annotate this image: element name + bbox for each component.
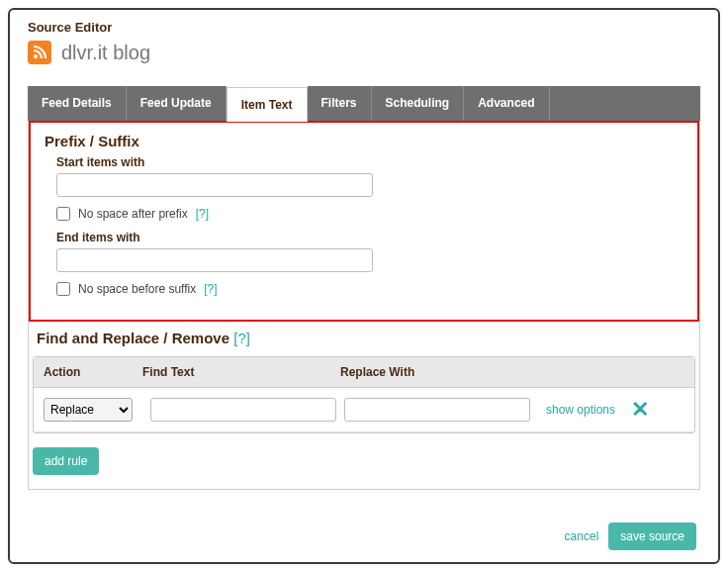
col-find-header: Find Text [142,365,340,379]
source-editor-modal: Source Editor dlvr.it blog Feed Details … [8,8,720,564]
tab-scheduling[interactable]: Scheduling [372,86,465,121]
modal-header: Source Editor dlvr.it blog [10,10,718,70]
no-space-before-suffix-label: No space before suffix [78,282,196,296]
prefix-suffix-section: Prefix / Suffix Start items with No spac… [29,121,699,322]
no-space-after-prefix-label: No space after prefix [78,207,188,221]
tab-feed-details[interactable]: Feed Details [28,86,127,121]
col-action-header: Action [44,365,142,379]
replace-with-input[interactable] [344,398,530,422]
prefix-suffix-title: Prefix / Suffix [45,133,683,149]
modal-footer: cancel save source [565,523,696,550]
tab-advanced[interactable]: Advanced [464,86,549,121]
no-space-before-suffix-checkbox[interactable] [56,282,70,296]
tab-filters[interactable]: Filters [308,86,372,121]
help-icon[interactable]: [?] [204,282,217,296]
save-source-button[interactable]: save source [608,523,696,550]
end-items-label: End items with [56,231,683,244]
feed-name: dlvr.it blog [61,42,150,64]
grid-header: Action Find Text Replace With [34,357,694,388]
start-items-input[interactable] [56,173,373,197]
no-space-after-prefix-checkbox[interactable] [56,207,70,221]
tab-feed-update[interactable]: Feed Update [127,86,227,121]
modal-title: Source Editor [28,20,700,35]
delete-row-icon[interactable]: ✕ [631,399,649,421]
help-icon[interactable]: [?] [196,207,209,221]
tab-filler [550,86,700,121]
find-text-input[interactable] [150,398,336,422]
tab-item-text[interactable]: Item Text [227,87,308,122]
find-replace-title: Find and Replace / Remove [?] [37,330,695,346]
help-icon[interactable]: [?] [233,330,250,346]
start-items-label: Start items with [56,155,683,169]
tab-bar: Feed Details Feed Update Item Text Filte… [28,86,700,121]
action-select[interactable]: Replace Remove [44,398,133,422]
end-items-input[interactable] [56,248,373,272]
svg-point-0 [34,54,38,58]
col-replace-header: Replace With [340,365,684,379]
add-rule-button[interactable]: add rule [33,447,99,475]
find-replace-title-text: Find and Replace / Remove [37,330,229,346]
find-replace-grid: Action Find Text Replace With Replace Re… [33,356,695,433]
cancel-button[interactable]: cancel [565,529,599,543]
tab-panel: Prefix / Suffix Start items with No spac… [28,121,700,490]
rss-icon [28,41,51,64]
table-row: Replace Remove show options ✕ [34,388,694,432]
show-options-link[interactable]: show options [546,403,615,417]
